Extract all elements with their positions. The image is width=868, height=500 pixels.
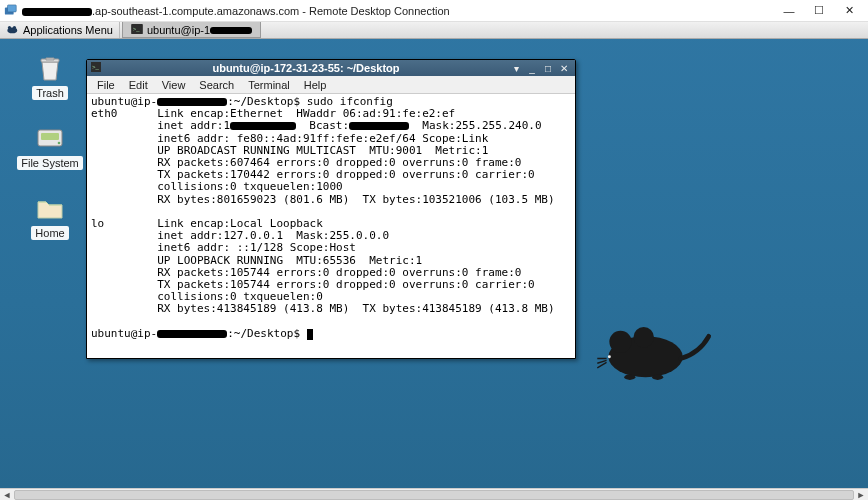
window-pin-button[interactable]: ▾: [509, 62, 523, 74]
drive-icon: [34, 122, 66, 154]
menu-view[interactable]: View: [162, 79, 186, 91]
menu-terminal[interactable]: Terminal: [248, 79, 290, 91]
svg-point-3: [8, 26, 11, 29]
svg-point-16: [608, 355, 611, 358]
window-minimize-button[interactable]: _: [525, 62, 539, 74]
svg-point-14: [624, 374, 635, 380]
svg-point-4: [13, 26, 16, 29]
svg-text:>_: >_: [92, 64, 100, 70]
desktop-icon-label: File System: [17, 156, 82, 170]
terminal-titlebar[interactable]: >_ ubuntu@ip-172-31-23-55: ~/Desktop ▾ _…: [87, 60, 575, 76]
terminal-icon: >_: [131, 24, 143, 36]
xfce-desktop[interactable]: Applications Menu >_ ubuntu@ip-1 Trash F…: [0, 22, 868, 488]
folder-icon: [34, 192, 66, 224]
redacted-host: [22, 8, 92, 16]
desktop-icon-label: Trash: [32, 86, 68, 100]
trash-icon: [34, 52, 66, 84]
terminal-cursor: [307, 329, 313, 340]
window-close-button[interactable]: ✕: [557, 62, 571, 74]
taskbar-terminal-button[interactable]: >_ ubuntu@ip-1: [122, 22, 261, 38]
horizontal-scrollbar[interactable]: ◄ ►: [0, 488, 868, 500]
xfce-mouse-logo: [588, 314, 718, 388]
window-maximize-button[interactable]: □: [541, 62, 555, 74]
terminal-title: ubuntu@ip-172-31-23-55: ~/Desktop: [105, 62, 507, 74]
svg-text:>_: >_: [133, 25, 140, 31]
rdp-titlebar: .ap-southeast-1.compute.amazonaws.com - …: [0, 0, 868, 22]
terminal-output[interactable]: ubuntu@ip-:~/Desktop$ sudo ifconfig eth0…: [87, 94, 575, 358]
taskbar-label: ubuntu@ip-1: [147, 24, 252, 36]
applications-menu-label: Applications Menu: [23, 24, 113, 36]
rdp-icon: [4, 4, 18, 18]
scroll-left-button[interactable]: ◄: [0, 489, 14, 501]
svg-point-15: [652, 374, 663, 380]
desktop-icon-home[interactable]: Home: [15, 192, 85, 240]
menu-search[interactable]: Search: [199, 79, 234, 91]
applications-menu-button[interactable]: Applications Menu: [0, 22, 120, 38]
rdp-minimize-button[interactable]: —: [774, 1, 804, 21]
svg-point-12: [609, 330, 631, 352]
desktop-icon-trash[interactable]: Trash: [15, 52, 85, 100]
svg-rect-9: [41, 133, 59, 140]
menu-file[interactable]: File: [97, 79, 115, 91]
terminal-window[interactable]: >_ ubuntu@ip-172-31-23-55: ~/Desktop ▾ _…: [86, 59, 576, 359]
scroll-thumb[interactable]: [14, 490, 854, 500]
rdp-close-button[interactable]: ✕: [834, 1, 864, 21]
scroll-right-button[interactable]: ►: [854, 489, 868, 501]
svg-point-13: [634, 327, 654, 347]
terminal-menubar: File Edit View Search Terminal Help: [87, 76, 575, 94]
remote-desktop-viewport: Applications Menu >_ ubuntu@ip-1 Trash F…: [0, 22, 868, 488]
terminal-title-icon: >_: [91, 62, 101, 74]
svg-point-10: [58, 142, 61, 145]
menu-help[interactable]: Help: [304, 79, 327, 91]
menu-edit[interactable]: Edit: [129, 79, 148, 91]
desktop-icon-filesystem[interactable]: File System: [15, 122, 85, 170]
rdp-maximize-button[interactable]: ☐: [804, 1, 834, 21]
mouse-icon: [6, 23, 20, 37]
rdp-window-title: .ap-southeast-1.compute.amazonaws.com - …: [22, 5, 774, 17]
scroll-track[interactable]: [14, 489, 854, 501]
svg-rect-1: [8, 4, 17, 11]
desktop-icon-label: Home: [31, 226, 68, 240]
xfce-panel: Applications Menu >_ ubuntu@ip-1: [0, 22, 868, 39]
